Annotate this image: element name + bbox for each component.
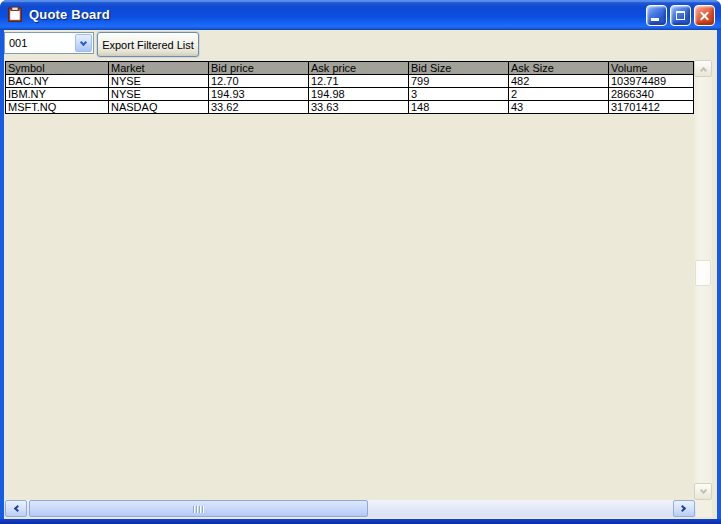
minimize-button[interactable] (646, 5, 667, 26)
vertical-scrollbar[interactable] (694, 60, 712, 500)
horizontal-scrollbar-thumb[interactable] (29, 500, 368, 517)
table-row[interactable]: BAC.NY NYSE 12.70 12.71 799 482 10397448… (6, 75, 694, 88)
table-cell[interactable]: 2 (509, 88, 609, 101)
column-header[interactable]: Market (109, 62, 209, 75)
column-header[interactable]: Ask price (309, 62, 409, 75)
chevron-left-icon (14, 505, 21, 512)
column-header[interactable]: Ask Size (509, 62, 609, 75)
scroll-right-button[interactable] (673, 500, 695, 517)
table-cell[interactable]: NYSE (109, 75, 209, 88)
table-header-row: Symbol Market Bid price Ask price Bid Si… (6, 62, 694, 75)
table-cell[interactable]: 43 (509, 101, 609, 114)
close-button[interactable] (694, 5, 715, 26)
combobox-value: 001 (9, 37, 27, 49)
table-cell[interactable]: 799 (409, 75, 509, 88)
export-filtered-list-button[interactable]: Export Filtered List (97, 32, 199, 57)
grip-icon (193, 503, 205, 515)
table-cell[interactable]: 2866340 (609, 88, 694, 101)
horizontal-scrollbar[interactable] (4, 500, 696, 517)
table-cell[interactable]: NYSE (109, 88, 209, 101)
quotes-table: Symbol Market Bid price Ask price Bid Si… (5, 61, 694, 114)
chevron-down-icon (699, 487, 706, 494)
title-bar[interactable]: Quote Board (0, 0, 721, 30)
column-header[interactable]: Symbol (6, 62, 109, 75)
table-cell[interactable]: MSFT.NQ (6, 101, 109, 114)
chevron-up-icon (699, 67, 706, 74)
scroll-left-button[interactable] (5, 500, 27, 517)
table-row[interactable]: IBM.NY NYSE 194.93 194.98 3 2 2866340 (6, 88, 694, 101)
window-border-bottom (0, 519, 721, 524)
table-cell[interactable]: 103974489 (609, 75, 694, 88)
scroll-down-button[interactable] (694, 483, 712, 500)
scroll-up-button[interactable] (694, 60, 712, 77)
table-cell[interactable]: 12.71 (309, 75, 409, 88)
table-cell[interactable]: 148 (409, 101, 509, 114)
vertical-scrollbar-thumb[interactable] (695, 260, 711, 286)
table-cell[interactable]: 194.98 (309, 88, 409, 101)
column-header[interactable]: Bid Size (409, 62, 509, 75)
table-cell[interactable]: IBM.NY (6, 88, 109, 101)
table-cell[interactable]: 33.63 (309, 101, 409, 114)
table-cell[interactable]: BAC.NY (6, 75, 109, 88)
combobox-dropdown-button[interactable] (75, 34, 92, 52)
table-cell[interactable]: NASDAQ (109, 101, 209, 114)
table-cell[interactable]: 3 (409, 88, 509, 101)
table-cell[interactable]: 12.70 (209, 75, 309, 88)
clipboard-icon[interactable] (7, 6, 24, 23)
scrollbar-corner (694, 500, 712, 517)
maximize-button[interactable] (670, 5, 691, 26)
chevron-right-icon (679, 505, 686, 512)
table-cell[interactable]: 194.93 (209, 88, 309, 101)
table-cell[interactable]: 482 (509, 75, 609, 88)
table-row[interactable]: MSFT.NQ NASDAQ 33.62 33.63 148 43 317014… (6, 101, 694, 114)
window-title: Quote Board (29, 7, 110, 22)
filter-combobox[interactable]: 001 (4, 32, 94, 54)
client-area: 001 Export Filtered List Symbol Market B… (4, 30, 717, 519)
maximize-icon (676, 11, 685, 20)
quote-board-window: Quote Board 001 Export Filtered List (0, 0, 721, 524)
column-header[interactable]: Volume (609, 62, 694, 75)
minimize-icon (651, 18, 659, 21)
table-cell[interactable]: 33.62 (209, 101, 309, 114)
table-cell[interactable]: 31701412 (609, 101, 694, 114)
column-header[interactable]: Bid price (209, 62, 309, 75)
chevron-down-icon (80, 38, 87, 45)
